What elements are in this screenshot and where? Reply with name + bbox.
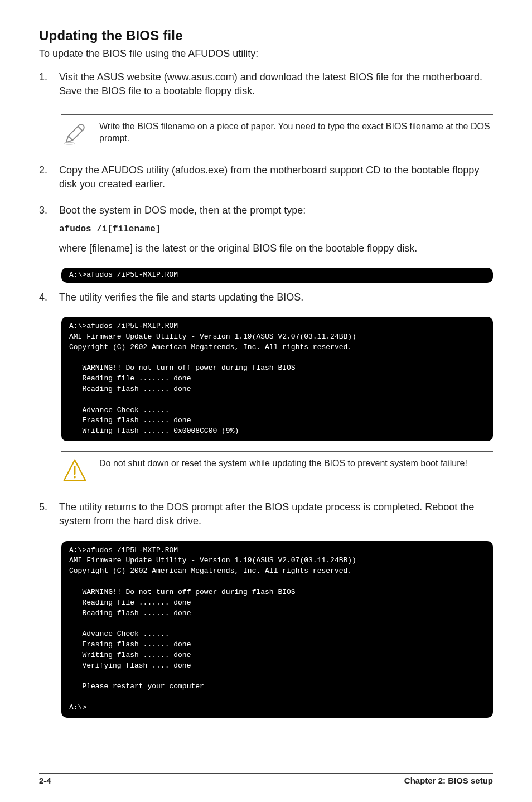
page-footer: 2-4 Chapter 2: BIOS setup <box>39 773 493 785</box>
terminal-output-3: A:\>afudos /iP5L-MXIP.ROM AMI Firmware U… <box>61 541 493 718</box>
note-text: Write the BIOS filename on a piece of pa… <box>99 120 493 144</box>
step-number: 5. <box>39 500 59 534</box>
step-text: Visit the ASUS website (www.asus.com) an… <box>59 70 493 98</box>
terminal-output-2: A:\>afudos /iP5L-MXIP.ROM AMI Firmware U… <box>61 317 493 441</box>
pencil-icon <box>61 120 88 147</box>
page-number: 2-4 <box>39 776 51 785</box>
step-number: 1. <box>39 70 59 104</box>
svg-line-1 <box>78 126 83 131</box>
step-text: where [filename] is the latest or the or… <box>59 241 493 255</box>
intro-text: To update the BIOS file using the AFUDOS… <box>39 47 493 60</box>
step-text: Boot the system in DOS mode, then at the… <box>59 204 493 218</box>
step-2: 2. Copy the AFUDOS utility (afudos.exe) … <box>39 163 493 197</box>
chapter-title: Chapter 2: BIOS setup <box>404 776 493 785</box>
svg-point-4 <box>74 476 76 479</box>
note-text: Do not shut down or reset the system whi… <box>99 457 467 470</box>
step-5: 5. The utility returns to the DOS prompt… <box>39 500 493 534</box>
step-number: 3. <box>39 204 59 261</box>
command-text: afudos /i[filename] <box>59 223 493 235</box>
step-text: Copy the AFUDOS utility (afudos.exe) fro… <box>59 163 493 191</box>
step-3: 3. Boot the system in DOS mode, then at … <box>39 204 493 261</box>
note-caution: Do not shut down or reset the system whi… <box>61 451 493 490</box>
caution-icon <box>61 457 88 484</box>
note-pencil: Write the BIOS filename on a piece of pa… <box>61 114 493 153</box>
step-number: 4. <box>39 291 59 310</box>
svg-point-2 <box>64 142 75 144</box>
step-number: 2. <box>39 163 59 197</box>
step-1: 1. Visit the ASUS website (www.asus.com)… <box>39 70 493 104</box>
svg-line-0 <box>69 136 73 141</box>
section-heading: Updating the BIOS file <box>39 28 493 44</box>
terminal-output-1: A:\>afudos /iP5L-MXIP.ROM <box>61 268 493 283</box>
step-text: The utility returns to the DOS prompt af… <box>59 500 493 528</box>
step-text: The utility verifies the file and starts… <box>59 291 493 305</box>
step-4: 4. The utility verifies the file and sta… <box>39 291 493 310</box>
